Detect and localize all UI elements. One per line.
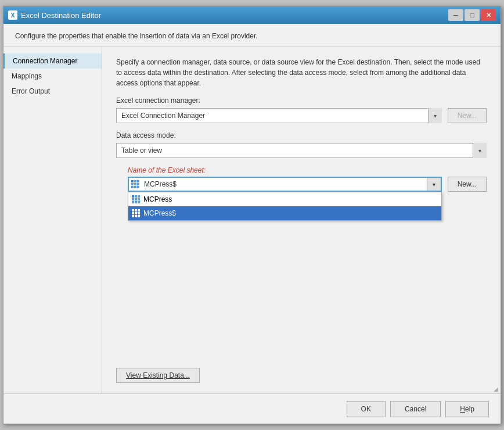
grid-icon-inner: [131, 180, 139, 188]
grid-cell-7: [131, 186, 134, 188]
excel-sheet-dropdown-list: MCPress: [128, 192, 442, 221]
minimize-button[interactable]: ─: [448, 9, 463, 21]
cancel-button[interactable]: Cancel: [390, 401, 441, 417]
excel-connection-manager-group: Excel connection manager: Excel Connecti…: [116, 96, 487, 123]
title-bar-controls: ─ □ ✕: [448, 9, 496, 21]
grid-cell-4: [131, 183, 134, 185]
dropdown-item-mcpress-dollar[interactable]: MCPress$: [128, 206, 441, 220]
connection-manager-new-button[interactable]: New...: [448, 108, 487, 123]
bottom-buttons: View Existing Data...: [116, 368, 487, 383]
mcpress-dollar-grid-inner: [132, 209, 140, 217]
close-button[interactable]: ✕: [481, 9, 496, 21]
sidebar-item-connection-manager[interactable]: Connection Manager: [3, 53, 102, 69]
panel-description: Specify a connection manager, data sourc…: [116, 57, 487, 88]
mcpress-dollar-grid-icon: [132, 209, 140, 217]
content-area: Configure the properties that enable the…: [3, 24, 501, 393]
dropdown-item-mcpress[interactable]: MCPress: [128, 192, 441, 206]
data-access-mode-select-wrapper: Table or view ▾: [116, 143, 487, 158]
maximize-button[interactable]: □: [465, 9, 480, 21]
excel-connection-manager-row: Excel Connection Manager ▾ New...: [116, 108, 487, 123]
grid-cell-2: [134, 180, 136, 182]
excel-sheet-input-row[interactable]: MCPress$ ▾: [128, 177, 442, 192]
grid-cell-3: [137, 180, 139, 182]
excel-sheet-label: Name of the Excel sheet:: [128, 166, 487, 174]
excel-connection-manager-label: Excel connection manager:: [116, 96, 487, 105]
dropdown-item-mcpress-dollar-label: MCPress$: [143, 209, 176, 217]
title-bar-left: X Excel Destination Editor: [8, 10, 101, 20]
data-access-mode-label: Data access mode:: [116, 131, 487, 139]
sheet-new-button[interactable]: New...: [448, 177, 487, 192]
sidebar-item-mappings[interactable]: Mappings: [3, 69, 102, 84]
sidebar: Connection Manager Mappings Error Output: [3, 46, 102, 393]
excel-connection-manager-select[interactable]: Excel Connection Manager: [116, 108, 442, 123]
window-title: Excel Destination Editor: [21, 11, 101, 20]
excel-sheet-section: Name of the Excel sheet:: [128, 166, 487, 192]
grid-cell-9: [137, 186, 139, 188]
grid-cell-1: [131, 180, 134, 182]
main-body: Connection Manager Mappings Error Output…: [3, 46, 501, 393]
footer: OK Cancel Help: [3, 393, 501, 424]
title-bar: X Excel Destination Editor ─ □ ✕: [3, 6, 501, 24]
grid-cell-8: [134, 186, 136, 188]
excel-sheet-row: MCPress$ ▾: [128, 177, 487, 192]
help-button[interactable]: Help: [445, 401, 489, 417]
excel-sheet-dropdown-container: MCPress$ ▾: [128, 177, 442, 192]
excel-connection-manager-select-wrapper: Excel Connection Manager ▾: [116, 108, 442, 123]
mcpress-grid-icon: [132, 195, 140, 203]
data-access-mode-select[interactable]: Table or view: [116, 143, 487, 158]
excel-sheet-value: MCPress$: [142, 180, 427, 188]
resize-handle-icon: ◢: [494, 386, 498, 392]
data-access-mode-group: Data access mode: Table or view ▾: [116, 131, 487, 158]
right-panel: Specify a connection manager, data sourc…: [102, 46, 501, 393]
top-description: Configure the properties that enable the…: [3, 24, 501, 46]
grid-cell-6: [137, 183, 139, 185]
view-existing-data-button[interactable]: View Existing Data...: [116, 368, 200, 383]
top-description-text: Configure the properties that enable the…: [15, 32, 258, 40]
app-icon: X: [8, 10, 17, 20]
grid-cell-5: [134, 183, 136, 185]
main-window: X Excel Destination Editor ─ □ ✕ Configu…: [3, 6, 501, 424]
ok-button[interactable]: OK: [347, 401, 386, 417]
sidebar-item-error-output[interactable]: Error Output: [3, 84, 102, 99]
dropdown-item-mcpress-label: MCPress: [143, 195, 172, 203]
mcpress-grid-inner: [132, 195, 140, 203]
excel-sheet-grid-icon: [129, 178, 142, 191]
excel-sheet-dropdown-arrow-icon[interactable]: ▾: [427, 178, 441, 191]
